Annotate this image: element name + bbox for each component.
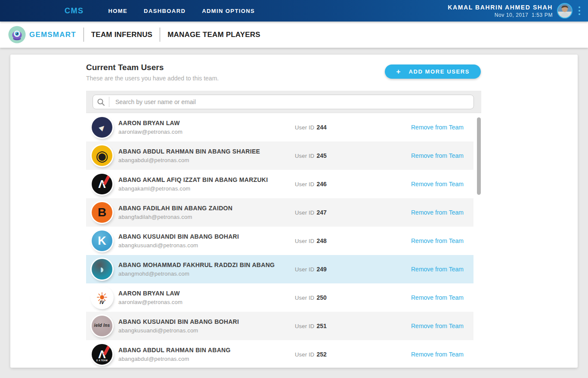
page-subtitle: These are the users you have added to th…	[86, 75, 219, 82]
user-id-label: User ID	[295, 295, 314, 301]
remove-from-team-link[interactable]: Remove from Team	[411, 209, 464, 216]
remove-from-team-link[interactable]: Remove from Team	[411, 237, 464, 244]
kebab-menu-icon[interactable]	[577, 5, 582, 17]
add-more-users-button[interactable]: + ADD MORE USERS	[385, 65, 481, 79]
remove-from-team-link[interactable]: Remove from Team	[411, 152, 464, 159]
user-avatar-photo[interactable]	[557, 3, 573, 18]
remove-from-team-link[interactable]: Remove from Team	[411, 266, 464, 273]
a-team-logo-icon: Λ	[92, 174, 112, 194]
list-scrollbar-thumb[interactable]	[477, 117, 481, 195]
user-info: ABANG KUSUANDI BIN ABANG BOHARI abangkus…	[118, 318, 239, 334]
remove-from-team-link[interactable]: Remove from Team	[411, 294, 464, 301]
user-id-label: User ID	[295, 209, 314, 216]
table-row: ield Ins ABANG KUSUANDI BIN ABANG BOHARI…	[86, 312, 473, 340]
user-id-value: 252	[316, 351, 326, 358]
user-email: aaronlaw@petronas.com	[118, 129, 183, 135]
plus-icon: +	[396, 68, 400, 75]
user-info: ABANG AKAML AFIQ IZZAT BIN ABANG MARZUKI…	[118, 176, 268, 192]
remove-from-team-link[interactable]: Remove from Team	[411, 351, 464, 358]
gemsmart-logo-icon	[8, 26, 26, 43]
remove-from-team-link[interactable]: Remove from Team	[411, 124, 464, 131]
breadcrumb-team-infernus[interactable]: TEAM INFERNUS	[91, 31, 152, 39]
user-id-label: User ID	[295, 351, 314, 358]
k-diamond-logo-icon: K	[92, 230, 112, 251]
user-id: User ID245	[295, 152, 327, 160]
app-subheader: GEMSMART TEAM INFERNUS MANAGE TEAM PLAYE…	[0, 22, 588, 48]
table-row: ΛE A TEAM ABANG ABDUL RAHMAN BIN ABANG a…	[86, 340, 473, 368]
table-row: Λ ABANG AKAML AFIQ IZZAT BIN ABANG MARZU…	[86, 170, 473, 198]
table-row: ► AARON BRYAN LAW aaronlaw@petronas.com …	[86, 113, 473, 141]
breadcrumb-divider	[160, 28, 160, 42]
gemsmart-brand[interactable]: GEMSMART	[29, 31, 76, 39]
search-panel	[86, 91, 481, 113]
search-box	[93, 95, 474, 109]
remove-from-team-link[interactable]: Remove from Team	[411, 181, 464, 187]
top-navbar: CMS HOME DASHBOARD ADMIN OPTIONS KAMAL B…	[0, 0, 588, 22]
user-id-value: 247	[316, 209, 326, 216]
user-id: User ID252	[295, 350, 327, 358]
user-id-value: 251	[316, 323, 326, 329]
user-name: ABANG KUSUANDI BIN ABANG BOHARI	[118, 233, 239, 240]
nav-item-dashboard[interactable]: DASHBOARD	[144, 8, 186, 14]
table-row: ◗ ABANG MOHAMMAD FAKHRUL RADDZI BIN ABAN…	[86, 255, 473, 283]
search-input[interactable]	[109, 98, 473, 105]
user-id-value: 244	[316, 124, 326, 131]
sphere-logo-icon: ◗	[92, 259, 112, 280]
user-info: AARON BRYAN LAW aaronlaw@petronas.com	[118, 120, 183, 135]
user-name: ABANG MOHAMMAD FAKHRUL RADDZI BIN ABANG	[118, 261, 275, 268]
person-photo-icon	[558, 4, 572, 18]
user-info: ABANG ABDUL RAHMAN BIN ABANG abangabdul@…	[118, 347, 231, 362]
user-email: abangmohd@petronas.com	[118, 270, 275, 277]
cms-brand[interactable]: CMS	[65, 6, 84, 15]
user-id-label: User ID	[295, 124, 314, 131]
user-id-label: User ID	[295, 238, 314, 244]
table-row: ☀IV AARON BRYAN LAW aaronlaw@petronas.co…	[86, 283, 473, 312]
user-id-value: 246	[316, 181, 326, 187]
user-name: ABANG KUSUANDI BIN ABANG BOHARI	[118, 318, 239, 325]
starburst-logo-icon: ☀IV	[92, 287, 112, 308]
user-meta: KAMAL BAHRIN AHMED SHAH Nov 10, 2017 1:5…	[448, 4, 553, 18]
user-id-label: User ID	[295, 266, 314, 273]
user-id-label: User ID	[295, 323, 314, 329]
user-email: abangabdul@petronas.com	[118, 157, 260, 163]
user-email: abangabdul@petronas.com	[118, 356, 231, 362]
user-info: ABANG FADILAH BIN ABANG ZAIDON abangfadi…	[118, 205, 232, 220]
user-id-value: 249	[316, 266, 326, 273]
a-team-logo-icon: ΛE A TEAM	[92, 344, 112, 365]
arrow-logo-icon: ►	[92, 117, 112, 138]
user-id: User ID247	[295, 209, 327, 216]
user-email: abangfadilah@petronas.com	[118, 214, 232, 220]
user-id: User ID246	[295, 180, 327, 188]
user-email: abangakaml@petronas.com	[118, 185, 268, 192]
user-name: ABANG FADILAH BIN ABANG ZAIDON	[118, 205, 232, 212]
user-id: User ID248	[295, 237, 327, 245]
user-name: ABANG ABDUL RAHMAN BIN ABANG	[118, 347, 231, 353]
user-email: abangkusuandi@petronas.com	[118, 327, 239, 334]
page-title: Current Team Users	[86, 63, 164, 72]
logged-in-user-name: KAMAL BAHRIN AHMED SHAH	[448, 4, 553, 11]
user-name: AARON BRYAN LAW	[118, 290, 183, 297]
user-email: abangkusuandi@petronas.com	[118, 242, 239, 249]
search-icon	[97, 98, 105, 106]
user-id-value: 245	[316, 152, 326, 159]
user-id: User ID249	[295, 265, 327, 273]
nav-item-admin-options[interactable]: ADMIN OPTIONS	[202, 8, 255, 14]
remove-from-team-link[interactable]: Remove from Team	[411, 323, 464, 329]
user-id: User ID250	[295, 294, 327, 301]
user-id-label: User ID	[295, 153, 314, 159]
user-email: aaronlaw@petronas.com	[118, 299, 183, 305]
breadcrumb-manage-team-players: MANAGE TEAM PLAYERS	[167, 31, 260, 39]
user-name: AARON BRYAN LAW	[118, 120, 183, 126]
volleyball-logo-icon: ◉	[92, 145, 112, 166]
top-nav-user-area: KAMAL BAHRIN AHMED SHAH Nov 10, 2017 1:5…	[448, 3, 582, 18]
user-info: AARON BRYAN LAW aaronlaw@petronas.com	[118, 290, 183, 305]
breadcrumb-divider	[84, 28, 84, 42]
current-team-users-card: Current Team Users These are the users y…	[10, 55, 578, 368]
nav-item-home[interactable]: HOME	[108, 8, 128, 14]
user-info: ABANG ABDUL RAHMAN BIN ABANG SHARIEE aba…	[118, 148, 260, 163]
user-name: ABANG ABDUL RAHMAN BIN ABANG SHARIEE	[118, 148, 260, 155]
user-name: ABANG AKAML AFIQ IZZAT BIN ABANG MARZUKI	[118, 176, 268, 183]
field-ins-logo-icon: ield Ins	[92, 316, 112, 336]
top-nav-menu: HOME DASHBOARD ADMIN OPTIONS	[108, 8, 255, 14]
user-id-value: 250	[316, 294, 326, 301]
